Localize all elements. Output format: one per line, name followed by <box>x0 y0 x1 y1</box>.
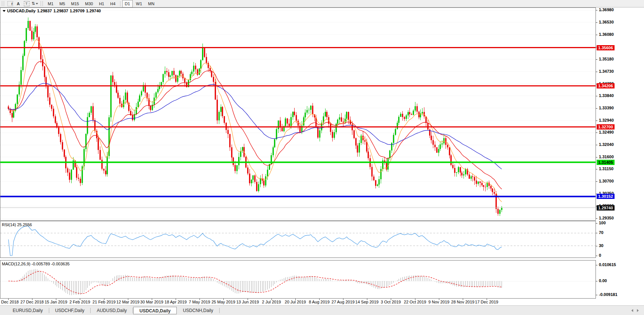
text-tool-button[interactable]: A <box>15 1 22 7</box>
scroll-up-arrow[interactable] <box>599 9 602 10</box>
indicators-icon: f <box>7 1 13 6</box>
price-axis-label: 1.32940 <box>599 118 614 122</box>
rsi-axis-tick <box>596 223 597 224</box>
tab-scroll-left-icon[interactable] <box>631 309 633 312</box>
rsi-axis-label: 70 <box>599 230 603 235</box>
chart-window: f A T ⇅ M1M5M15M30H1H4D1W1MN USDCAD,Dail… <box>0 0 644 315</box>
indicators-button[interactable]: f <box>7 1 13 7</box>
toolbar-grip[interactable] <box>2 1 4 6</box>
date-label: 12 Mar 2019 <box>116 300 139 304</box>
macd-axis-label: 0.00 <box>599 278 607 283</box>
price-axis-tick <box>596 181 597 182</box>
rsi-name: RSI(14) <box>2 222 16 227</box>
price-axis-tick <box>596 35 597 35</box>
ohlc-close: 1.29740 <box>86 9 101 13</box>
chart-tab-usdchf[interactable]: USDCHF,Daily <box>49 307 91 314</box>
price-axis-label: 1.33840 <box>599 93 614 98</box>
chart-tab-usdcnh[interactable]: USDCNH,Daily <box>177 307 219 314</box>
rsi-axis-label: 0 <box>599 253 601 258</box>
date-label: 27 Dec 2018 <box>21 300 44 304</box>
text-tool-icon: A <box>17 1 20 6</box>
timeframe-button-h4[interactable]: H4 <box>107 0 118 7</box>
macd-axis-label: 0.010615 <box>599 262 616 267</box>
price-axis-tick <box>596 157 597 158</box>
chart-tab-bar: EURUSD,DailyUSDCHF,DailyAUDUSD,DailyUSDC… <box>0 305 644 315</box>
price-axis-tick <box>596 218 597 219</box>
price-axis-tick <box>596 169 597 169</box>
price-axis-label: 1.31150 <box>599 166 613 171</box>
price-axis-label: 1.30700 <box>599 179 614 183</box>
macd-value: -0.005789 <box>31 262 50 266</box>
arrows-icon: ⇅ <box>31 1 35 6</box>
toolbar: f A T ⇅ M1M5M15M30H1H4D1W1MN <box>0 0 644 7</box>
date-label: 13 Jun 2019 <box>236 300 259 304</box>
timeframe-button-w1[interactable]: W1 <box>133 0 145 7</box>
rsi-axis-label: 100 <box>599 221 606 225</box>
rsi-value: 25.2556 <box>17 222 32 227</box>
date-label: 21 Feb 2019 <box>92 300 116 304</box>
text-label-icon: T <box>24 1 29 6</box>
price-axis-tick <box>596 145 597 145</box>
timeframe-toolbar: M1M5M15M30H1H4D1W1MN <box>45 0 157 7</box>
date-axis[interactable]: 8 Dec 201827 Dec 201815 Jan 20192 Feb 20… <box>0 299 644 305</box>
symbol-label: USDCAD,Daily <box>7 9 35 13</box>
date-label: 17 Dec 2019 <box>475 300 498 304</box>
price-axis-tick <box>596 132 597 133</box>
macd-label: MACD(12,26,9) -0.005789 -0.003635 <box>2 262 70 266</box>
price-tag-1.31405: 1.31405 <box>597 160 615 165</box>
timeframe-button-mn[interactable]: MN <box>145 0 157 7</box>
timeframe-button-m1[interactable]: M1 <box>45 0 56 7</box>
chart-tab-audusd[interactable]: AUDUSD,Daily <box>91 307 133 314</box>
chart-tab-eurusd[interactable]: EURUSD,Daily <box>7 307 49 314</box>
tab-separator <box>219 308 220 313</box>
chart-header: USDCAD,Daily 1.29837 1.29837 1.29709 1.2… <box>3 9 101 13</box>
price-axis-tick <box>596 108 597 109</box>
date-label: 28 Nov 2019 <box>451 300 474 304</box>
chevron-down-icon <box>36 3 38 4</box>
toolbar-grip[interactable] <box>41 1 43 6</box>
symbol-dropdown-icon[interactable] <box>3 10 6 12</box>
timeframe-button-h1[interactable]: H1 <box>96 0 107 7</box>
price-tag-1.35606: 1.35606 <box>597 45 615 50</box>
timeframe-button-d1[interactable]: D1 <box>122 0 133 7</box>
macd-signal-value: -0.003635 <box>51 262 70 266</box>
price-axis-label: 1.36080 <box>599 32 614 37</box>
arrows-tool-button[interactable]: ⇅ <box>31 1 38 7</box>
date-label: 15 Jan 2019 <box>45 300 67 304</box>
timeframe-button-m5[interactable]: M5 <box>57 0 67 7</box>
price-axis-tick <box>596 22 597 23</box>
price-axis-tick <box>596 59 597 60</box>
date-label: 20 Jul 2019 <box>285 300 306 304</box>
price-axis-label: 1.32040 <box>599 142 614 147</box>
rsi-canvas[interactable] <box>0 221 596 258</box>
tab-nav <box>631 309 639 312</box>
macd-canvas[interactable] <box>0 260 596 299</box>
tabs-holder: EURUSD,DailyUSDCHF,DailyAUDUSD,DailyUSDC… <box>7 307 220 314</box>
tab-scroll-right-icon[interactable] <box>637 309 639 312</box>
date-label: 9 Nov 2019 <box>428 300 449 304</box>
macd-axis-label: -0.009181 <box>599 292 618 297</box>
price-axis-tick <box>596 72 597 72</box>
date-label: 8 Aug 2019 <box>309 300 330 304</box>
macd-axis-tick <box>596 265 597 265</box>
macd-axis-tick <box>596 281 597 281</box>
date-label: 3 Oct 2019 <box>381 300 401 304</box>
rsi-axis-tick <box>596 246 597 246</box>
macd-axis-tick <box>596 295 597 295</box>
rsi-label: RSI(14) 25.2556 <box>2 222 32 227</box>
date-label: 14 Sep 2019 <box>355 300 378 304</box>
timeframe-button-m15[interactable]: M15 <box>69 0 82 7</box>
main-chart-canvas[interactable] <box>0 7 596 221</box>
price-axis-label: 1.33390 <box>599 106 614 110</box>
ohlc-low: 1.29709 <box>70 9 85 13</box>
text-label-tool-button[interactable]: T <box>23 1 30 7</box>
price-axis-tick <box>596 96 597 96</box>
rsi-axis-label: 30 <box>599 243 603 248</box>
price-tag-1.32700: 1.32700 <box>597 124 615 130</box>
date-label: 25 May 2019 <box>211 300 235 304</box>
price-axis[interactable]: 1.369801.365301.360801.356301.351801.347… <box>596 7 644 299</box>
timeframe-button-m30[interactable]: M30 <box>82 0 95 7</box>
chart-tab-usdcad[interactable]: USDCAD,Daily <box>133 307 177 314</box>
toolbar-separator <box>120 1 120 6</box>
price-axis-tick <box>596 121 597 121</box>
